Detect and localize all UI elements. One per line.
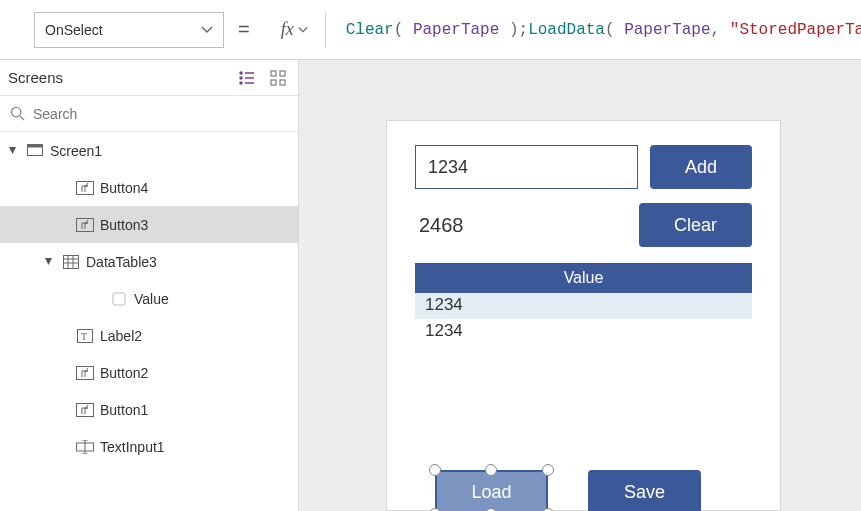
tree-item-button2[interactable]: Button2: [0, 354, 298, 391]
sum-label: 2468: [415, 214, 464, 237]
selected-control[interactable]: Load: [435, 470, 548, 511]
table-icon: [62, 253, 80, 271]
resize-handle[interactable]: [429, 464, 441, 476]
button-icon: [76, 364, 94, 382]
svg-marker-12: [9, 147, 16, 154]
canvas-area[interactable]: Add 2468 Clear Value 12341234 Load: [299, 60, 861, 511]
table-row[interactable]: 1234: [415, 319, 752, 345]
tree-item-label: Button4: [100, 180, 148, 196]
label-icon: T: [76, 327, 94, 345]
svg-point-4: [240, 77, 242, 79]
chevron-down-icon: [298, 25, 308, 35]
tree-header: Screens: [0, 60, 298, 96]
svg-marker-17: [45, 258, 52, 265]
fx-icon: fx: [281, 19, 294, 40]
svg-point-3: [240, 72, 242, 74]
tree-list: Screen1Button4Button3DataTable3ValueTLab…: [0, 132, 298, 511]
svg-point-10: [11, 107, 20, 116]
fx-indicator[interactable]: fx: [264, 12, 326, 48]
svg-rect-7: [280, 71, 285, 76]
add-button[interactable]: Add: [650, 145, 752, 189]
search-icon: [10, 106, 25, 121]
tree-item-label: Button2: [100, 365, 148, 381]
tree-item-label: TextInput1: [100, 439, 165, 455]
tree-item-textinput1[interactable]: TextInput1: [0, 428, 298, 465]
chevron-down-icon: [201, 24, 213, 36]
app-preview: Add 2468 Clear Value 12341234 Load: [386, 120, 781, 511]
property-dropdown[interactable]: OnSelect: [34, 12, 224, 48]
resize-handle[interactable]: [542, 464, 554, 476]
table-header-value[interactable]: Value: [415, 263, 752, 293]
tree-item-label: Button3: [100, 217, 148, 233]
button-icon: [76, 179, 94, 197]
svg-rect-9: [280, 80, 285, 85]
svg-rect-18: [64, 255, 79, 268]
load-button[interactable]: Load: [435, 470, 548, 511]
screen-icon: [26, 142, 44, 160]
svg-rect-14: [28, 144, 43, 147]
tree-item-label: Screen1: [50, 143, 102, 159]
svg-rect-8: [271, 80, 276, 85]
data-table[interactable]: Value 12341234: [415, 263, 752, 345]
tree-search-input[interactable]: [33, 106, 288, 122]
grid-view-icon[interactable]: [270, 70, 286, 86]
tree-item-button3[interactable]: Button3: [0, 206, 298, 243]
text-input-1[interactable]: [415, 145, 638, 189]
column-icon: [110, 290, 128, 308]
tree-item-label: DataTable3: [86, 254, 157, 270]
tree-search[interactable]: [0, 96, 298, 132]
formula-editor[interactable]: Clear( PaperTape );LoadData( PaperTape, …: [336, 0, 861, 59]
svg-point-5: [240, 82, 242, 84]
tree-item-value[interactable]: Value: [0, 280, 298, 317]
equals-sign: =: [234, 18, 254, 41]
tree-item-datatable3[interactable]: DataTable3: [0, 243, 298, 280]
clear-button[interactable]: Clear: [639, 203, 752, 247]
tree-item-button4[interactable]: Button4: [0, 169, 298, 206]
tree-item-screen1[interactable]: Screen1: [0, 132, 298, 169]
formula-bar: OnSelect = fx Clear( PaperTape );LoadDat…: [0, 0, 861, 60]
button-icon: [76, 216, 94, 234]
resize-handle[interactable]: [485, 464, 497, 476]
svg-rect-6: [271, 71, 276, 76]
tree-item-label: Button1: [100, 402, 148, 418]
tree-panel: Screens Screen1Button4Button3DataTable3V…: [0, 60, 299, 511]
property-dropdown-label: OnSelect: [45, 22, 103, 38]
textinput-icon: [76, 438, 94, 456]
tree-item-label2[interactable]: TLabel2: [0, 317, 298, 354]
tree-view-icon[interactable]: [238, 70, 256, 86]
tree-item-label: Value: [134, 291, 169, 307]
tree-title: Screens: [8, 69, 63, 86]
caret-icon[interactable]: [8, 146, 20, 155]
tree-item-label: Label2: [100, 328, 142, 344]
svg-text:T: T: [81, 331, 87, 342]
svg-line-11: [20, 116, 24, 120]
svg-rect-23: [113, 293, 125, 305]
table-row[interactable]: 1234: [415, 293, 752, 319]
caret-icon[interactable]: [44, 257, 56, 266]
tree-item-button1[interactable]: Button1: [0, 391, 298, 428]
button-icon: [76, 401, 94, 419]
save-button[interactable]: Save: [588, 470, 701, 511]
